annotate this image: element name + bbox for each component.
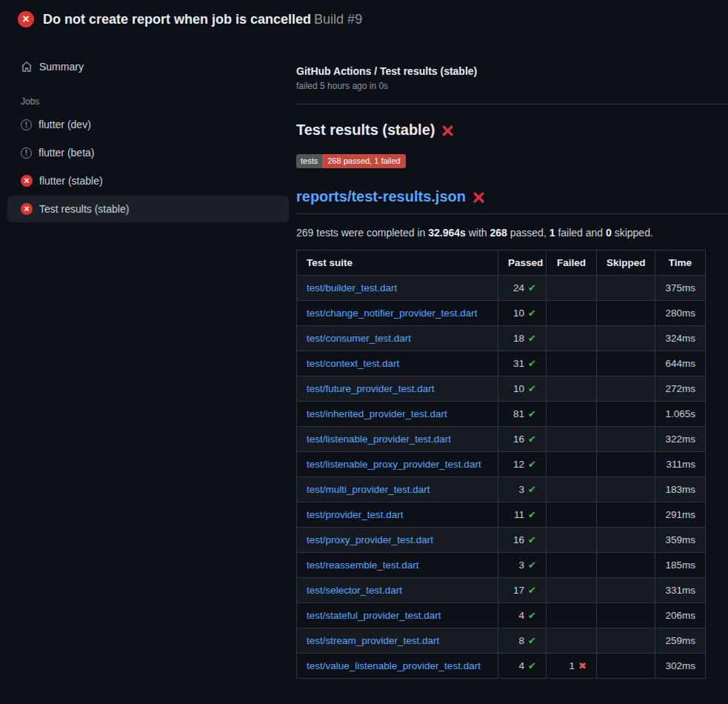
- sidebar-item-flutter-beta[interactable]: ! flutter (beta): [7, 139, 289, 166]
- time-value: 324ms: [665, 333, 695, 344]
- time-value: 259ms: [665, 635, 695, 646]
- passed-cell: 24✔: [498, 276, 547, 301]
- failed-cell: ✖: [547, 528, 597, 553]
- time-cell: 183ms: [655, 477, 706, 502]
- failed-cell: 1✖: [547, 654, 597, 679]
- layout: Summary Jobs ! flutter (dev) ! flutter (…: [0, 39, 728, 679]
- suite-cell: test/inherited_provider_test.dart: [297, 402, 498, 427]
- test-suite-link[interactable]: test/listenable_proxy_provider_test.dart: [307, 459, 481, 470]
- section-title: Test results (stable): [296, 122, 728, 139]
- table-row: test/consumer_test.dart 18✔ ✖ 324ms: [297, 326, 706, 351]
- test-suite-link[interactable]: test/value_listenable_provider_test.dart: [307, 660, 481, 671]
- table-body: test/builder_test.dart 24✔ ✖ 375ms test/…: [297, 276, 706, 679]
- time-cell: 259ms: [655, 628, 706, 654]
- failed-cell: ✖: [547, 376, 597, 402]
- passed-cell: 3✔: [498, 553, 547, 578]
- jobs-heading: Jobs: [0, 96, 296, 107]
- failed-cell: ✖: [547, 603, 597, 628]
- passed-cell: 17✔: [498, 578, 547, 603]
- suite-cell: test/multi_provider_test.dart: [297, 477, 498, 502]
- test-suite-link[interactable]: test/change_notifier_provider_test.dart: [307, 308, 477, 319]
- skipped-cell: [597, 477, 655, 502]
- table-row: test/stateful_provider_test.dart 4✔ ✖ 20…: [297, 603, 706, 628]
- test-suite-link[interactable]: test/builder_test.dart: [307, 282, 397, 293]
- time-cell: 291ms: [655, 502, 706, 528]
- passed-count: 3: [519, 484, 525, 495]
- passed-cell: 31✔: [498, 351, 547, 376]
- table-header-row: Test suite Passed Failed Skipped Time: [297, 250, 706, 276]
- run-header: × Do not create report when job is cance…: [0, 0, 728, 39]
- skipped-cell: [597, 351, 655, 376]
- test-suite-link[interactable]: test/listenable_provider_test.dart: [307, 434, 451, 445]
- test-suite-link[interactable]: test/proxy_provider_test.dart: [307, 534, 433, 545]
- test-suite-link[interactable]: test/provider_test.dart: [307, 509, 404, 520]
- test-suite-link[interactable]: test/stateful_provider_test.dart: [307, 610, 441, 621]
- failed-cell: ✖: [547, 351, 597, 376]
- table-row: test/provider_test.dart 11✔ ✖ 291ms: [297, 502, 706, 528]
- passed-cell: 16✔: [498, 528, 547, 553]
- badge-label: tests: [296, 154, 322, 168]
- suite-cell: test/change_notifier_provider_test.dart: [297, 301, 498, 326]
- check-icon: ✔: [528, 308, 536, 319]
- passed-count: 4: [519, 610, 525, 621]
- time-value: 375ms: [665, 282, 695, 293]
- check-icon: ✔: [528, 383, 536, 394]
- test-suite-link[interactable]: test/stream_provider_test.dart: [307, 635, 439, 646]
- sidebar-item-summary[interactable]: Summary: [7, 53, 289, 80]
- test-suite-link[interactable]: test/multi_provider_test.dart: [307, 484, 430, 495]
- time-value: 291ms: [665, 509, 695, 520]
- sidebar-item-test-results-stable[interactable]: × Test results (stable): [7, 196, 289, 222]
- col-header-test-suite: Test suite: [297, 250, 498, 276]
- check-icon: ✔: [528, 509, 536, 520]
- skipped-cell: [597, 301, 655, 326]
- sidebar: Summary Jobs ! flutter (dev) ! flutter (…: [0, 39, 296, 224]
- test-suite-link[interactable]: test/selector_test.dart: [307, 585, 402, 596]
- passed-cell: 16✔: [498, 427, 547, 452]
- check-icon: ✔: [528, 358, 536, 369]
- table-row: test/context_test.dart 31✔ ✖ 644ms: [297, 351, 706, 376]
- time-value: 322ms: [665, 434, 695, 445]
- passed-count: 3: [519, 559, 525, 571]
- summary-text: failed and: [555, 227, 607, 239]
- badge-value: 268 passed, 1 failed: [322, 154, 405, 168]
- alert-circle-icon: !: [21, 147, 32, 159]
- check-icon: ✔: [528, 660, 536, 671]
- sidebar-item-flutter-dev[interactable]: ! flutter (dev): [7, 111, 289, 138]
- failed-cell: ✖: [547, 578, 597, 603]
- suite-cell: test/listenable_proxy_provider_test.dart: [297, 452, 498, 477]
- report-link[interactable]: reports/test-results.json: [296, 188, 466, 205]
- test-suite-link[interactable]: test/context_test.dart: [307, 358, 399, 369]
- failed-cell: ✖: [547, 502, 597, 528]
- failed-count: 1: [570, 660, 575, 671]
- passed-count: 81: [513, 408, 524, 419]
- check-icon: ✔: [528, 585, 536, 596]
- time-cell: 185ms: [655, 553, 706, 578]
- suite-cell: test/listenable_provider_test.dart: [297, 427, 498, 452]
- test-suite-link[interactable]: test/future_provider_test.dart: [307, 383, 435, 394]
- passed-count: 24: [513, 282, 524, 293]
- test-suite-link[interactable]: test/inherited_provider_test.dart: [307, 408, 447, 419]
- test-suite-link[interactable]: test/consumer_test.dart: [307, 333, 411, 344]
- summary-skipped-count: 0: [606, 227, 612, 239]
- time-cell: 280ms: [655, 301, 706, 326]
- passed-count: 10: [513, 383, 524, 394]
- skipped-cell: [597, 603, 655, 628]
- table-row: test/inherited_provider_test.dart 81✔ ✖ …: [297, 402, 706, 427]
- failed-cell: ✖: [547, 452, 597, 477]
- test-suite-link[interactable]: test/reassemble_test.dart: [307, 559, 419, 571]
- skipped-cell: [597, 628, 655, 654]
- sidebar-item-label: flutter (dev): [39, 119, 91, 130]
- skipped-cell: [597, 654, 655, 679]
- skipped-cell: [597, 376, 655, 402]
- passed-count: 11: [514, 509, 524, 520]
- x-circle-icon: ×: [21, 175, 33, 187]
- passed-cell: 12✔: [498, 452, 547, 477]
- suite-cell: test/reassemble_test.dart: [297, 553, 498, 578]
- sidebar-item-flutter-stable[interactable]: × flutter (stable): [7, 167, 289, 194]
- summary-passed-count: 268: [490, 227, 507, 239]
- summary-text: 269 tests were completed in: [296, 227, 428, 239]
- skipped-cell: [597, 502, 655, 528]
- run-title-text: Do not create report when job is cancell…: [43, 12, 311, 27]
- failed-cell: ✖: [547, 276, 597, 301]
- passed-count: 16: [513, 434, 524, 445]
